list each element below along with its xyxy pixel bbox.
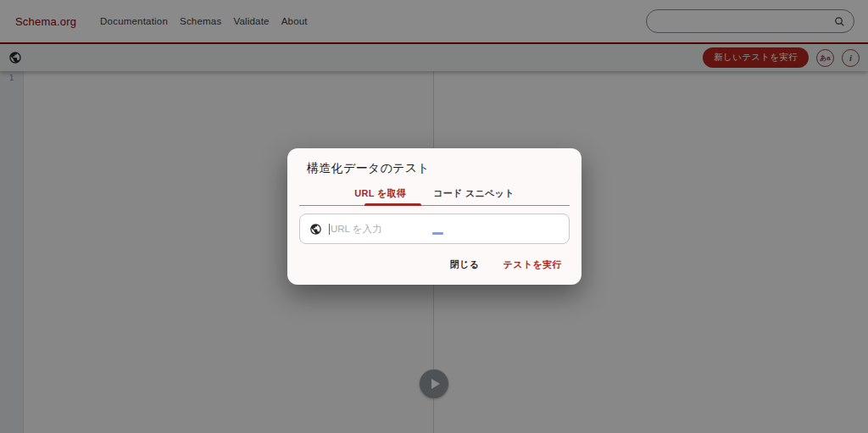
ime-underline [432,232,443,235]
url-input[interactable] [330,224,559,234]
test-dialog: 構造化データのテスト URL を取得 コード スニペット 閉じる テストを実行 [287,148,581,285]
close-button[interactable]: 閉じる [448,257,481,273]
dialog-tabs: URL を取得 コード スニペット [287,187,581,205]
tab-code-snippet[interactable]: コード スニペット [431,187,516,205]
tab-fetch-url[interactable]: URL を取得 [353,187,408,205]
dialog-title: 構造化データのテスト [287,148,581,176]
globe-icon [309,223,322,236]
run-test-button[interactable]: テストを実行 [502,257,564,273]
tab-divider [299,205,570,206]
url-input-field[interactable] [299,214,570,244]
dialog-actions: 閉じる テストを実行 [287,257,564,273]
active-tab-indicator [364,203,421,206]
